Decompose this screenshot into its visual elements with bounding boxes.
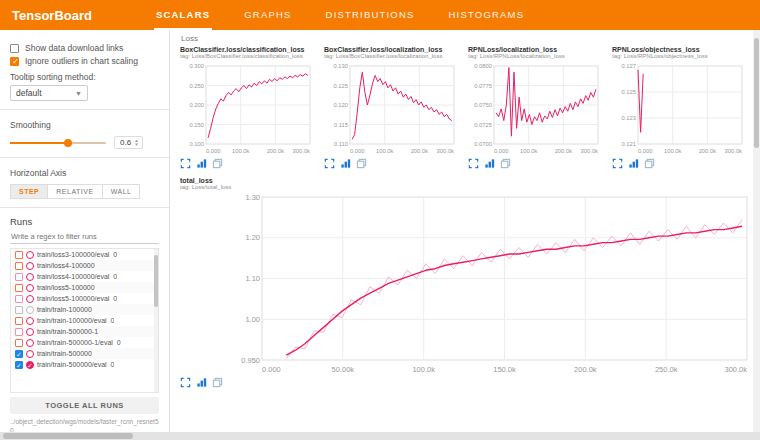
fullscreen-icon[interactable] [612,158,623,169]
svg-text:1.30: 1.30 [245,193,260,202]
scalar-chart[interactable]: 0.3000.2500.2000.1500.1000.000100.0k200.… [180,61,315,155]
svg-text:200.0k: 200.0k [574,365,597,374]
run-row[interactable]: train/loss4-100000/eval_0 [11,271,158,282]
svg-text:300.0k: 300.0k [437,148,455,154]
fullscreen-icon[interactable] [324,158,335,169]
run-row[interactable]: train/train-500000-1/eval_0 [11,337,158,348]
divider [0,109,169,110]
scalar-chart[interactable]: 0.1270.1250.1230.1210.000100.0k200.0k300… [612,61,747,155]
run-eval-checkbox[interactable] [26,328,34,336]
svg-text:0.115: 0.115 [334,122,348,128]
axis-wall-button[interactable]: WALL [103,184,141,199]
runs-filter-input[interactable] [10,230,159,244]
line-chart[interactable]: 0.08000.07750.07500.07250.07000.000100.0… [468,61,603,155]
run-row[interactable]: train/train-100000/eval_0 [11,315,158,326]
run-checkbox[interactable] [15,295,23,303]
scrollbar-thumb[interactable] [154,255,158,307]
horizontal-axis-toggle: STEP RELATIVE WALL [10,184,159,199]
run-eval-checkbox[interactable] [26,262,34,270]
tab-scalars[interactable]: SCALARS [154,0,212,30]
ignore-outliers-checkbox[interactable]: Ignore outliers in chart scaling [10,56,159,66]
run-row[interactable]: ✓train/train-500000 [11,348,158,359]
run-row[interactable]: train/loss3-100000/eval_0 [11,249,158,260]
run-eval-checkbox[interactable] [26,339,34,347]
run-eval-checkbox[interactable] [26,273,34,281]
svg-text:0.000: 0.000 [262,365,281,374]
run-checkbox[interactable] [15,317,23,325]
line-chart[interactable]: 0.3000.2500.2000.1500.1000.000100.0k200.… [180,61,315,155]
run-row[interactable]: ✓✓train/train-500000/eval_0 [11,359,158,370]
run-checkbox[interactable] [15,251,23,259]
svg-text:0.0700: 0.0700 [474,141,492,147]
run-eval-checkbox[interactable] [26,284,34,292]
svg-text:1.20: 1.20 [245,233,260,242]
run-row[interactable]: train/train-500000-1 [11,326,158,337]
fullscreen-icon[interactable] [180,377,191,388]
run-eval-checkbox[interactable] [26,317,34,325]
tooltip-sort-select[interactable]: default ▼ [10,85,88,101]
run-eval-checkbox[interactable] [26,306,34,314]
run-eval-checkbox[interactable]: ✓ [26,361,34,369]
run-row[interactable]: train/loss5-100000/eval_0 [11,293,158,304]
run-label: train/loss5-100000 [37,284,95,291]
run-checkbox[interactable] [15,328,23,336]
chart-actions [180,158,315,169]
smoothing-slider[interactable] [10,142,106,144]
axis-step-button[interactable]: STEP [10,184,48,199]
horizontal-scrollbar[interactable] [0,432,760,440]
run-row[interactable]: train/train-100000 [11,304,158,315]
scalar-chart[interactable]: 0.1300.1250.1200.1150.1100.000100.0k200.… [324,61,459,155]
line-chart[interactable]: 0.1270.1250.1230.1210.000100.0k200.0k300… [612,61,747,155]
run-row[interactable]: train/loss4-100000 [11,260,158,271]
tab-graphs[interactable]: GRAPHS [242,0,293,30]
app-header: TensorBoard SCALARS GRAPHS DISTRIBUTIONS… [0,0,760,30]
chart-type-icon[interactable] [196,377,207,388]
compare-runs-icon[interactable] [644,158,655,169]
checkbox-icon [10,44,19,53]
fullscreen-icon[interactable] [468,158,479,169]
line-chart[interactable]: 0.1300.1250.1200.1150.1100.000100.0k200.… [324,61,459,155]
run-checkbox[interactable] [15,284,23,292]
scalar-chart[interactable]: 0.08000.07750.07500.07250.07000.000100.0… [468,61,603,155]
line-chart[interactable]: 1.301.201.101.000.9500.00050.00k100.0k15… [232,192,752,374]
compare-runs-icon[interactable] [212,377,223,388]
svg-text:100.0k: 100.0k [232,148,250,154]
run-eval-checkbox[interactable] [26,251,34,259]
chart-type-icon[interactable] [484,158,495,169]
stepper-arrows-icon[interactable]: ▲▼ [134,139,138,147]
scrollbar-thumb[interactable] [754,38,759,148]
tab-histograms[interactable]: HISTOGRAMS [447,0,527,30]
run-row[interactable]: train/loss5-100000 [11,282,158,293]
fullscreen-icon[interactable] [180,158,191,169]
chart-group-label[interactable]: Loss [181,34,746,43]
tab-distributions[interactable]: DISTRIBUTIONS [324,0,417,30]
run-checkbox[interactable] [15,339,23,347]
run-eval-checkbox[interactable] [26,350,34,358]
compare-runs-icon[interactable] [500,158,511,169]
scrollbar-thumb[interactable] [3,433,133,439]
total-loss-chart[interactable]: 1.301.201.101.000.9500.00050.00k100.0k15… [232,192,752,374]
run-eval-checkbox[interactable] [26,295,34,303]
toggle-all-runs-button[interactable]: TOGGLE ALL RUNS [10,397,159,414]
compare-runs-icon[interactable] [212,158,223,169]
svg-text:0.300: 0.300 [189,63,204,69]
run-checkbox[interactable]: ✓ [15,350,23,358]
svg-text:0.0725: 0.0725 [474,122,492,128]
run-checkbox[interactable] [15,306,23,314]
runs-scrollbar[interactable] [154,249,158,392]
svg-text:1.10: 1.10 [245,274,260,283]
vertical-scrollbar[interactable] [753,30,760,432]
chart-type-icon[interactable] [628,158,639,169]
smoothing-value-input[interactable]: 0.6 ▲▼ [114,136,143,149]
run-checkbox[interactable] [15,262,23,270]
axis-relative-button[interactable]: RELATIVE [48,184,102,199]
chart-type-icon[interactable] [340,158,351,169]
show-download-links-checkbox[interactable]: Show data download links [10,43,159,53]
run-checkbox[interactable] [15,273,23,281]
slider-thumb[interactable] [64,139,72,147]
run-checkbox[interactable]: ✓ [15,361,23,369]
runs-list: train/loss3-100000/eval_0train/loss4-100… [10,248,159,393]
chart-type-icon[interactable] [196,158,207,169]
compare-runs-icon[interactable] [356,158,367,169]
small-charts-row: BoxClassifier.loss/classification_lossta… [180,46,746,169]
